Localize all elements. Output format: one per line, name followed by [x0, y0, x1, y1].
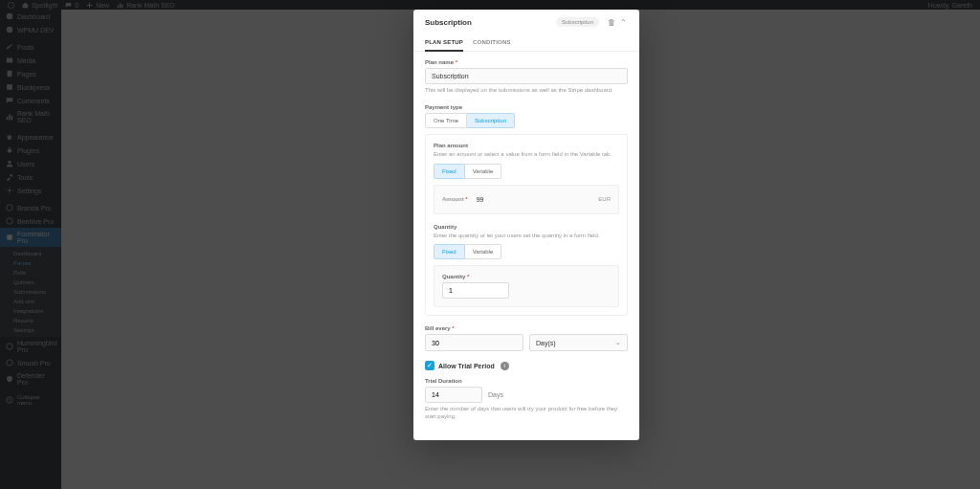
- chevron-down-icon: ⌄: [615, 339, 621, 346]
- trial-help: Enter the number of days that users will…: [425, 406, 628, 421]
- subscription-modal: Subscription Subscription 🗑 ⌃ PLAN SETUP…: [413, 10, 639, 440]
- tab-conditions[interactable]: CONDITIONS: [473, 34, 511, 51]
- bill-unit-value: Day(s): [536, 340, 556, 346]
- plan-name-label: Plan name: [425, 59, 628, 65]
- trial-duration-label: Trial Duration: [425, 378, 628, 384]
- quantity-title: Quantity: [434, 224, 619, 230]
- payment-type-label: Payment type: [425, 104, 628, 110]
- quantity-variable[interactable]: Variable: [465, 244, 502, 259]
- amount-label: Amount: [442, 196, 468, 202]
- plan-name-help: This will be displayed on the submission…: [425, 87, 628, 95]
- quantity-input[interactable]: [442, 282, 509, 299]
- amount-fixed[interactable]: Fixed: [434, 164, 465, 179]
- plan-amount-title: Plan amount: [434, 143, 619, 148]
- trial-unit: Days: [488, 391, 503, 398]
- bill-every-input[interactable]: [425, 334, 523, 351]
- quantity-fixed[interactable]: Fixed: [434, 244, 465, 259]
- plan-name-input[interactable]: [425, 68, 628, 84]
- info-icon[interactable]: i: [501, 362, 509, 370]
- amount-variable[interactable]: Variable: [465, 164, 502, 179]
- bill-every-label: Bill every: [425, 325, 628, 331]
- payment-one-time[interactable]: One Time: [425, 113, 467, 128]
- delete-icon[interactable]: 🗑: [607, 17, 616, 27]
- trial-duration-input[interactable]: [425, 387, 482, 403]
- collapse-icon[interactable]: ⌃: [618, 17, 628, 27]
- quantity-label: Quantity: [442, 274, 611, 279]
- modal-badge: Subscription: [556, 17, 599, 27]
- bill-unit-select[interactable]: Day(s) ⌄: [529, 334, 628, 351]
- allow-trial-label: Allow Trial Period: [438, 363, 495, 369]
- quantity-help: Enter the quantity or let your users set…: [434, 233, 619, 240]
- currency-label: EUR: [598, 196, 611, 202]
- modal-title: Subscription: [425, 18, 472, 27]
- amount-input[interactable]: [474, 193, 593, 206]
- allow-trial-checkbox[interactable]: ✓: [425, 361, 434, 370]
- payment-subscription[interactable]: Subscription: [467, 113, 515, 128]
- plan-amount-help: Enter an amount or select a value from a…: [434, 151, 619, 159]
- tab-plan-setup[interactable]: PLAN SETUP: [425, 34, 463, 52]
